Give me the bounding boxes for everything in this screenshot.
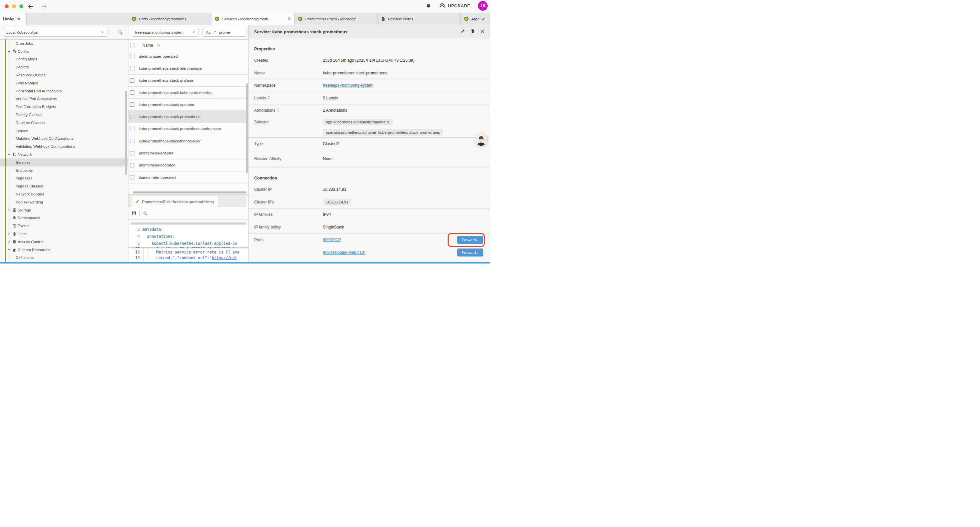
port-link[interactable]: 8080:reloader-web/TCP: [323, 250, 365, 255]
list-vertical-scrollbar[interactable]: [246, 83, 248, 174]
tree-item-label: Validating Webhook Configurations: [16, 145, 75, 148]
tree-item[interactable]: Mutating Webhook Configurations: [0, 135, 128, 143]
tree-item[interactable]: Network Policies: [0, 190, 128, 198]
sort-updown-icon[interactable]: [277, 108, 280, 113]
app-tab[interactable]: Prometheus Rules - icecheng...: [294, 13, 378, 25]
editor-tab[interactable]: PrometheusRule: freeleaps-prod-rabbitmq: [131, 196, 218, 207]
tree-item[interactable]: Config: [0, 47, 128, 56]
service-row[interactable]: kube-prometheus-stack-alertmanager: [129, 62, 248, 74]
service-row[interactable]: kube-prometheus-stack-grafana: [129, 75, 248, 87]
tree-item[interactable]: Cron Jobs: [0, 39, 128, 47]
editor-toolbar: [129, 207, 248, 220]
tree-item[interactable]: Namespaces: [0, 214, 128, 222]
tree-item[interactable]: Limit Ranges: [0, 79, 128, 87]
tree-item[interactable]: Access Control: [0, 238, 128, 246]
tree-item[interactable]: Endpoints: [0, 166, 128, 174]
editor-scroll-strip[interactable]: [131, 223, 246, 224]
forward-button[interactable]: Forward...: [457, 236, 483, 244]
tree-item[interactable]: Resource Quotas: [0, 71, 128, 79]
tab-kubernetes-icon: [464, 16, 469, 22]
save-icon[interactable]: [132, 211, 137, 215]
service-row[interactable]: kube-prometheus-stack-prometheus: [129, 111, 248, 123]
row-checkbox[interactable]: [130, 127, 134, 131]
tree-item[interactable]: Definitions: [0, 254, 128, 262]
tree-item[interactable]: Pod Disruption Budgets: [0, 103, 128, 111]
service-row[interactable]: kube-prometheus-stack-kube-state-metrics: [129, 87, 248, 99]
service-row[interactable]: alertmanager-operated: [129, 50, 248, 62]
forward-button[interactable]: Forward...: [457, 248, 483, 256]
tree-item[interactable]: Helm: [0, 230, 128, 238]
list-search-input[interactable]: Aa .* prome: [202, 28, 247, 37]
tree-item[interactable]: Validating Webhook Configurations: [0, 142, 128, 150]
edit-icon[interactable]: [461, 29, 465, 35]
tree-item[interactable]: Priority Classes: [0, 111, 128, 119]
title-bar: UPGRADE 15: [0, 0, 490, 13]
tree-item[interactable]: Vertical Pod Autoscalers: [0, 95, 128, 103]
row-checkbox[interactable]: [130, 66, 134, 70]
navigator-tab[interactable]: Navigator: [0, 13, 27, 25]
tab-close-icon[interactable]: [288, 17, 291, 21]
row-checkbox[interactable]: [130, 115, 134, 119]
tree-item[interactable]: Storage: [0, 206, 128, 214]
editor-tab-partial[interactable]: [246, 196, 248, 207]
row-checkbox[interactable]: [130, 151, 134, 155]
match-case-toggle[interactable]: Aa: [206, 30, 210, 34]
service-row[interactable]: kube-prometheus-stack-prometheus-node-ex…: [129, 123, 248, 135]
user-avatar[interactable]: [475, 134, 487, 146]
tree-item[interactable]: Port Forwarding: [0, 198, 128, 206]
service-row[interactable]: prometheus-operated: [129, 159, 248, 172]
detail-row: Cluster IP 10.233.14.91: [248, 183, 490, 196]
upgrade-button[interactable]: UPGRADE: [439, 3, 470, 9]
window-minimize-button[interactable]: [12, 4, 16, 8]
sidebar-scrollbar[interactable]: [125, 91, 127, 175]
code-link[interactable]: https://net: [212, 255, 237, 260]
tree-item[interactable]: Ingresses: [0, 174, 128, 182]
window-close-button[interactable]: [5, 4, 9, 8]
service-row[interactable]: thanos-ruler-operated: [129, 172, 248, 183]
tree-item[interactable]: Custom Resources: [0, 246, 128, 254]
port-link[interactable]: 9090/TCP: [323, 237, 341, 242]
delete-icon[interactable]: [471, 29, 475, 35]
back-arrow-icon[interactable]: [28, 4, 34, 10]
yaml-editor[interactable]: 11 0","for":"1m","labels":{"service":" 1…: [129, 225, 248, 263]
tree-item[interactable]: Secrets: [0, 63, 128, 71]
tree-item[interactable]: Leases: [0, 127, 128, 135]
sort-ascending-icon[interactable]: [157, 45, 160, 46]
row-checkbox[interactable]: [130, 91, 134, 95]
tree-item[interactable]: Network: [0, 150, 128, 158]
tree-item[interactable]: Ingress Classes: [0, 182, 128, 190]
sidebar-search-icon[interactable]: [118, 30, 123, 36]
app-tab[interactable]: Pods - icecheng@mathmas...: [129, 13, 212, 25]
row-checkbox[interactable]: [130, 163, 134, 167]
service-row[interactable]: kube-prometheus-stack-operator: [129, 99, 248, 111]
row-checkbox[interactable]: [130, 139, 134, 143]
app-tab[interactable]: Argo Se: [461, 13, 490, 25]
tree-group-icon: [12, 240, 18, 244]
regex-toggle[interactable]: .*: [213, 30, 216, 34]
row-checkbox[interactable]: [130, 54, 134, 58]
app-tab[interactable]: Release Notes: [378, 13, 461, 25]
select-all-checkbox[interactable]: [130, 43, 134, 47]
row-checkbox[interactable]: [130, 102, 134, 107]
kubeconfig-select[interactable]: Local Kubeconfigs: [3, 28, 107, 37]
avatar-badge[interactable]: 15: [478, 1, 488, 11]
editor-search-icon[interactable]: [143, 211, 148, 215]
list-horizontal-scrollbar[interactable]: [133, 191, 247, 193]
sort-updown-icon[interactable]: [268, 96, 270, 100]
window-zoom-button[interactable]: [19, 4, 23, 8]
name-column-header[interactable]: Name: [142, 43, 153, 48]
namespace-link[interactable]: freeleaps-monitoring-system: [323, 83, 373, 88]
tree-item[interactable]: Runtime Classes: [0, 119, 128, 127]
tree-item[interactable]: Events: [0, 222, 128, 230]
service-row[interactable]: kube-prometheus-stack-thanos-ruler: [129, 135, 248, 147]
row-checkbox[interactable]: [130, 78, 134, 83]
tree-item[interactable]: Config Maps: [0, 56, 128, 64]
tree-item[interactable]: Horizontal Pod Autoscalers: [0, 87, 128, 95]
notifications-bell-icon[interactable]: [426, 3, 431, 10]
tree-item[interactable]: Services: [0, 158, 128, 166]
namespace-select[interactable]: freeleaps-monitoring-system: [132, 28, 199, 37]
close-icon[interactable]: [480, 29, 485, 35]
app-tab[interactable]: Services - icecheng@math...: [212, 13, 294, 25]
row-checkbox[interactable]: [130, 175, 134, 180]
service-row[interactable]: prometheus-adapter: [129, 147, 248, 159]
